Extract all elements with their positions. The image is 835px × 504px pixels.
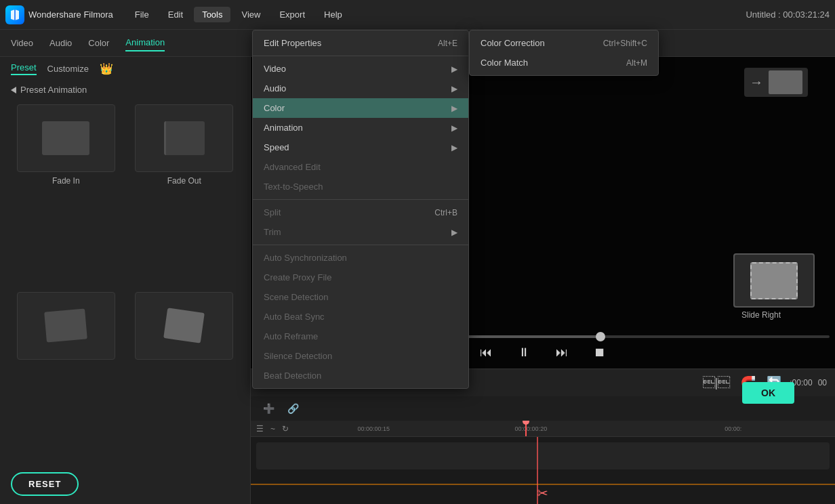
color-correction-shortcut: Ctrl+Shift+C [603,39,647,48]
divider-1 [253,56,468,56]
menu-item-speed[interactable]: Speed ▶ [253,138,468,157]
trim-arrow: ▶ [451,228,457,237]
advanced-edit-label: Advanced Edit [264,162,321,172]
video-arrow: ▶ [451,64,457,74]
color-label: Color [264,103,285,113]
edit-properties-shortcut: Alt+E [438,39,457,48]
edit-properties-label: Edit Properties [264,38,321,48]
menu-item-tts: Text-to-Speech [253,177,468,196]
menu-item-animation[interactable]: Animation ▶ [253,118,468,138]
auto-beat-sync-label: Auto Beat Sync [264,312,325,322]
menu-item-edit-properties[interactable]: Edit Properties Alt+E [253,33,468,53]
animation-arrow: ▶ [451,123,457,133]
color-match-label: Color Match [481,58,528,68]
video-label: Video [264,64,286,74]
dropdown-overlay: Edit Properties Alt+E Video ▶ Audio ▶ Co… [0,0,835,504]
split-shortcut: Ctrl+B [434,208,457,217]
scene-detection-label: Scene Detection [264,292,328,302]
menu-item-advanced-edit: Advanced Edit [253,157,468,177]
menu-item-trim: Trim ▶ [253,222,468,242]
color-correction-label: Color Correction [481,38,545,48]
auto-reframe-label: Auto Reframe [264,331,318,341]
menu-item-scene-detection: Scene Detection [253,287,468,307]
menu-item-silence-detection: Silence Detection [253,346,468,366]
menu-item-audio[interactable]: Audio ▶ [253,79,468,98]
divider-3 [253,245,468,245]
menu-item-split: Split Ctrl+B [253,203,468,222]
split-label: Split [264,207,281,217]
menu-item-auto-reframe: Auto Reframe [253,327,468,346]
audio-label: Audio [264,83,286,93]
audio-arrow: ▶ [451,84,457,93]
sub-menu-color-correction[interactable]: Color Correction Ctrl+Shift+C [470,33,658,53]
color-sub-menu: Color Correction Ctrl+Shift+C Color Matc… [469,30,659,76]
beat-detection-label: Beat Detection [264,371,321,381]
menu-item-auto-sync: Auto Synchronization [253,248,468,268]
menu-item-color[interactable]: Color ▶ [253,98,468,118]
menu-item-video[interactable]: Video ▶ [253,59,468,79]
speed-arrow: ▶ [451,143,457,152]
app-container: Wondershare Filmora File Edit Tools View… [0,0,835,504]
speed-label: Speed [264,142,289,152]
proxy-label: Create Proxy File [264,272,331,282]
auto-sync-label: Auto Synchronization [264,253,347,263]
menu-item-proxy: Create Proxy File [253,268,468,287]
menu-item-beat-detection: Beat Detection [253,366,468,385]
animation-label: Animation [264,123,303,133]
silence-detection-label: Silence Detection [264,351,332,361]
trim-label: Trim [264,227,281,237]
tts-label: Text-to-Speech [264,182,323,192]
tools-dropdown-menu: Edit Properties Alt+E Video ▶ Audio ▶ Co… [252,30,469,389]
menu-item-auto-beat-sync: Auto Beat Sync [253,307,468,327]
color-arrow: ▶ [451,104,457,113]
color-match-shortcut: Alt+M [626,58,647,68]
sub-menu-color-match[interactable]: Color Match Alt+M [470,53,658,72]
divider-2 [253,199,468,200]
